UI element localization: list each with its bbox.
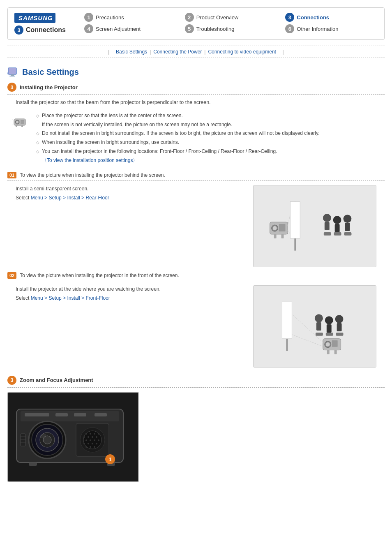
nav-num-2: 2 bbox=[185, 13, 194, 22]
projector-icon-block bbox=[12, 112, 31, 166]
svg-rect-46 bbox=[326, 332, 333, 335]
svg-point-39 bbox=[315, 314, 323, 322]
svg-point-27 bbox=[333, 216, 341, 224]
projector-photo-illustration: 1 bbox=[8, 393, 139, 482]
svg-point-77 bbox=[88, 436, 89, 438]
svg-point-89 bbox=[90, 446, 91, 448]
svg-point-82 bbox=[94, 439, 95, 441]
main-content: Basic Settings 3 Installing the Projecto… bbox=[7, 58, 385, 490]
svg-rect-95 bbox=[29, 462, 37, 466]
nav-label-5: Troubleshooting bbox=[196, 26, 235, 32]
svg-rect-31 bbox=[324, 232, 331, 235]
svg-point-72 bbox=[85, 433, 87, 435]
nav-item-precautions[interactable]: 1 Precautions bbox=[84, 13, 177, 22]
svg-point-90 bbox=[94, 446, 95, 448]
svg-rect-35 bbox=[281, 234, 284, 238]
svg-rect-40 bbox=[316, 322, 321, 331]
svg-rect-0 bbox=[8, 68, 16, 74]
svg-rect-26 bbox=[325, 222, 330, 230]
installation-link: 〈To view the installation position setti… bbox=[42, 157, 380, 164]
svg-rect-13 bbox=[21, 125, 23, 127]
svg-point-43 bbox=[335, 315, 344, 323]
step1-description: To view the picture when installing the … bbox=[20, 172, 165, 178]
breadcrumb-sep-left: | bbox=[108, 49, 110, 55]
bullet-item-5: ◇ You can install the projector in the f… bbox=[36, 148, 380, 155]
svg-point-83 bbox=[98, 439, 99, 441]
svg-rect-45 bbox=[316, 332, 323, 335]
samsung-logo: SAMSUNG bbox=[14, 13, 55, 23]
step2-line2: Select Menu > Setup > Install > Front-Fl… bbox=[16, 294, 245, 302]
svg-rect-22 bbox=[279, 224, 286, 231]
header-left: SAMSUNG 3 Connections bbox=[14, 13, 72, 35]
svg-point-84 bbox=[83, 443, 85, 444]
zoom-section-image: 1 bbox=[7, 392, 139, 482]
nav-num-3: 3 bbox=[285, 13, 294, 22]
step1-block: 01 To view the picture when installing t… bbox=[7, 172, 385, 267]
svg-point-74 bbox=[94, 433, 95, 435]
breadcrumb-connecting-power[interactable]: Connecting the Power bbox=[153, 49, 202, 55]
page-title-row: Basic Settings bbox=[7, 66, 385, 78]
bullet-item-1: ◇ Place the projector so that the lens i… bbox=[36, 112, 380, 119]
svg-rect-36 bbox=[254, 285, 376, 367]
svg-point-25 bbox=[323, 214, 331, 222]
svg-rect-28 bbox=[335, 224, 340, 232]
svg-rect-3 bbox=[9, 76, 15, 76]
svg-rect-44 bbox=[337, 323, 342, 331]
svg-rect-61 bbox=[74, 413, 86, 416]
step1-badge: 01 bbox=[7, 172, 16, 178]
svg-rect-91 bbox=[21, 434, 25, 446]
nav-item-connections[interactable]: 3 Connections bbox=[285, 13, 378, 22]
nav-label-1: Precautions bbox=[96, 14, 124, 21]
step2-menu-path[interactable]: Menu > Setup > Install > Front-Floor bbox=[31, 295, 110, 301]
svg-point-73 bbox=[90, 433, 91, 435]
svg-rect-38 bbox=[282, 302, 292, 338]
section2-title: Zoom and Focus Adjustment bbox=[20, 377, 93, 383]
step1-content: Install a semi-transparent screen. Selec… bbox=[16, 185, 376, 267]
header-container: SAMSUNG 3 Connections 1 Precautions 2 Pr… bbox=[7, 7, 385, 40]
nav-label-6: Other Information bbox=[297, 26, 338, 32]
svg-point-87 bbox=[96, 443, 97, 444]
section2-num: 3 bbox=[7, 376, 16, 385]
svg-rect-12 bbox=[16, 125, 17, 127]
step2-badge: 02 bbox=[7, 272, 16, 279]
nav-item-other-info[interactable]: 6 Other Information bbox=[285, 24, 378, 33]
svg-rect-7 bbox=[21, 120, 24, 124]
nav-label-3: Connections bbox=[297, 14, 329, 21]
nav-num-5: 5 bbox=[185, 24, 194, 33]
svg-point-80 bbox=[85, 439, 87, 441]
nav-grid: 1 Precautions 2 Product Overview 3 Conne… bbox=[84, 13, 378, 33]
svg-rect-47 bbox=[336, 332, 344, 335]
breadcrumb: | Basic Settings | Connecting the Power … bbox=[7, 46, 385, 58]
step2-illustration bbox=[254, 285, 376, 368]
nav-label-4: Screen Adjustment bbox=[96, 26, 141, 32]
page-title-icon bbox=[7, 66, 19, 78]
svg-point-29 bbox=[344, 215, 352, 223]
nav-label-2: Product Overview bbox=[196, 14, 239, 21]
page-title: Basic Settings bbox=[22, 67, 79, 77]
svg-rect-30 bbox=[345, 223, 350, 231]
svg-rect-33 bbox=[344, 232, 352, 235]
svg-point-79 bbox=[96, 436, 97, 438]
svg-rect-51 bbox=[332, 340, 338, 347]
nav-item-troubleshooting[interactable]: 5 Troubleshooting bbox=[185, 24, 277, 33]
svg-text:1: 1 bbox=[108, 456, 111, 462]
svg-point-21 bbox=[273, 226, 277, 230]
breadcrumb-connecting-video[interactable]: Connecting to video equipment bbox=[208, 49, 276, 55]
breadcrumb-basic-settings[interactable]: Basic Settings bbox=[116, 49, 147, 55]
svg-point-6 bbox=[16, 121, 18, 123]
step2-block: 02 To view the picture when installing t… bbox=[7, 272, 385, 368]
svg-rect-42 bbox=[327, 324, 332, 333]
svg-rect-54 bbox=[327, 350, 330, 354]
svg-point-81 bbox=[90, 439, 91, 441]
step2-description: To view the picture when installing the … bbox=[20, 273, 179, 278]
svg-marker-1 bbox=[7, 69, 8, 74]
step1-illustration bbox=[254, 185, 376, 267]
nav-num-4: 4 bbox=[84, 24, 93, 33]
nav-item-screen-adjustment[interactable]: 4 Screen Adjustment bbox=[84, 24, 177, 33]
step1-menu-path[interactable]: Menu > Setup > Install > Rear-Floor bbox=[31, 195, 109, 201]
installation-link-text[interactable]: 〈To view the installation position setti… bbox=[42, 157, 138, 164]
svg-rect-34 bbox=[274, 234, 277, 238]
nav-item-product-overview[interactable]: 2 Product Overview bbox=[185, 13, 277, 22]
step2-text: Install the projector at the side where … bbox=[16, 285, 245, 368]
step1-line1: Install a semi-transparent screen. bbox=[16, 185, 245, 192]
